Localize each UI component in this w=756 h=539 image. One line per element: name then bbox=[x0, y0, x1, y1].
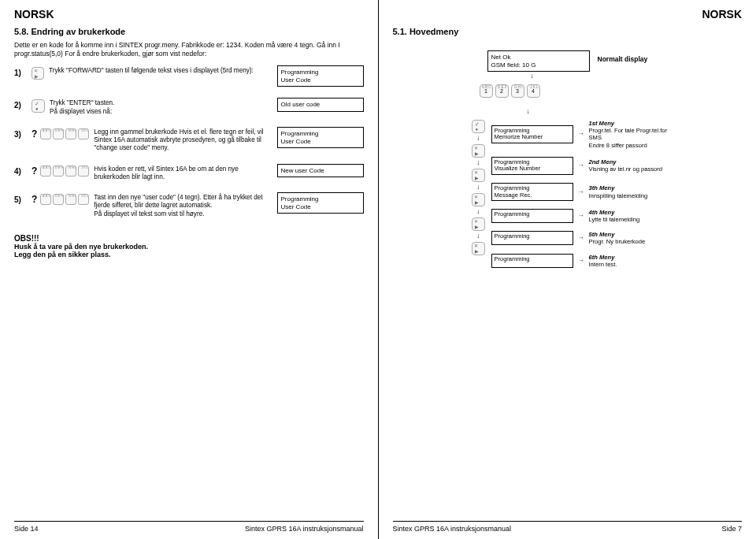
forward-key-icon bbox=[32, 67, 44, 80]
key-abc: A B C bbox=[40, 194, 51, 205]
right-arrow-icon: → bbox=[578, 213, 584, 219]
key-jkl: J K L bbox=[78, 194, 89, 205]
menu-6-display: Programming bbox=[491, 254, 573, 268]
menu-1-desc: 1st MenyProgr.tel. For tale Progr.tel.fo… bbox=[589, 120, 676, 148]
menu-1-display: Programming Memorize Number bbox=[491, 125, 573, 143]
left-page: NORSK 5.8. Endring av brukerkode Dette e… bbox=[0, 0, 378, 539]
key-1: A B C1 bbox=[480, 84, 493, 98]
right-arrow-icon: → bbox=[578, 235, 584, 241]
right-header: NORSK bbox=[702, 8, 742, 20]
nav-key-icon bbox=[472, 217, 485, 231]
right-arrow-icon: → bbox=[578, 162, 584, 169]
down-arrow-icon: ↓ bbox=[476, 160, 480, 166]
enter-key-icon bbox=[32, 99, 45, 113]
nav-key-icon bbox=[472, 193, 485, 206]
menu-row-6: Programming → 6th MenyIntern test. bbox=[491, 254, 676, 268]
step-5: 5) ? A B C D E F G H I J K L Tast inn de… bbox=[14, 192, 364, 218]
step-3-num: 3) bbox=[14, 127, 27, 139]
step-2-keys bbox=[32, 98, 45, 113]
key-ghi: G H I bbox=[65, 194, 76, 205]
obs-line-1: Husk å ta vare på den nye brukerkoden. bbox=[14, 243, 364, 251]
menu-4-desc: 4th MenyLytte til talemelding bbox=[589, 209, 676, 223]
left-header-row: NORSK bbox=[14, 8, 364, 20]
menu-5-display: Programming bbox=[491, 231, 573, 245]
step-1: 1) Trykk "FORWARD" tasten til følgende t… bbox=[14, 65, 364, 87]
key-3: G H I3 bbox=[511, 84, 524, 98]
menu-5-desc: 5th MenyProgr. Ny brukerkode bbox=[589, 231, 676, 245]
down-arrow-icon: ↓ bbox=[476, 209, 480, 215]
menu-2-desc: 2nd MenyVisning av tel.nr og passord bbox=[589, 158, 676, 173]
step-1-desc: Trykk "FORWARD" tasten til følgende teks… bbox=[49, 65, 272, 75]
down-arrow-icon: ↓ bbox=[527, 73, 538, 80]
step-2-desc: Trykk "ENTER" tasten. På displayet vises… bbox=[50, 98, 272, 116]
step-1-keys bbox=[32, 65, 44, 80]
top-display-label: Normalt display bbox=[598, 50, 648, 63]
step-3-keys: ? A B C D E F G H I J K L bbox=[32, 127, 89, 139]
menu-row-2: Programming Visualize Number → 2nd MenyV… bbox=[491, 157, 676, 175]
document-spread: NORSK 5.8. Endring av brukerkode Dette e… bbox=[0, 0, 756, 539]
right-arrow-icon: → bbox=[578, 258, 584, 264]
step-1-num: 1) bbox=[14, 65, 27, 77]
key-abc: A B C bbox=[40, 165, 51, 177]
key-jkl: J K L bbox=[78, 128, 89, 139]
left-footer-pageno: Side 14 bbox=[14, 525, 39, 533]
step-1-display: Programming User Code bbox=[277, 65, 364, 87]
step-3: 3) ? A B C D E F G H I J K L Legg inn ga… bbox=[14, 127, 364, 153]
nav-key-icon bbox=[472, 169, 485, 182]
key-ghi: G H I bbox=[65, 128, 76, 139]
keypad-row: A B C1 D E F2 G H I3 J K L4 bbox=[480, 84, 743, 98]
right-arrow-icon: → bbox=[578, 131, 584, 137]
obs-line-2: Legg den på en sikker plass. bbox=[14, 251, 364, 258]
right-page: NORSK 5.1. Hovedmeny Net Ok GSM field: 1… bbox=[379, 0, 757, 539]
key-abc: A B C bbox=[40, 128, 51, 139]
left-footer-title: Sintex GPRS 16A instruksjonsmanual bbox=[245, 525, 364, 533]
left-section-title: 5.8. Endring av brukerkode bbox=[14, 27, 364, 36]
menu-row-4: Programming → 4th MenyLytte til talemeld… bbox=[491, 209, 676, 223]
key-jkl: J K L bbox=[78, 165, 89, 177]
down-arrow-icon: ↓ bbox=[476, 136, 480, 142]
left-intro: Dette er en kode for å komme inn i SINTE… bbox=[14, 41, 364, 58]
obs-heading: OBS!!! bbox=[14, 234, 364, 243]
left-footer: Side 14 Sintex GPRS 16A instruksjonsmanu… bbox=[14, 521, 364, 533]
question-mark-icon: ? bbox=[32, 128, 37, 139]
step-3-desc: Legg inn gammel brukerkode Hvis et el. f… bbox=[94, 127, 272, 153]
right-footer: Sintex GPRS 16A instruksjonsmanual Side … bbox=[393, 521, 743, 533]
nav-key-icon bbox=[472, 144, 485, 158]
step-5-keys: ? A B C D E F G H I J K L bbox=[32, 192, 89, 205]
menu-2-display: Programming Visualize Number bbox=[491, 157, 573, 175]
right-footer-pageno: Side 7 bbox=[721, 525, 742, 533]
key-ghi: G H I bbox=[65, 165, 76, 177]
left-header: NORSK bbox=[14, 8, 54, 20]
step-4-keys: ? A B C D E F G H I J K L bbox=[32, 164, 89, 177]
key-def: D E F bbox=[53, 128, 64, 139]
menu-row-1: Programming Memorize Number → 1st MenyPr… bbox=[491, 120, 676, 148]
nav-key-icon bbox=[472, 242, 485, 255]
nav-key-column: ↓ ↓ ↓ ↓ ↓ bbox=[472, 120, 485, 268]
step-4-display: New user Code bbox=[277, 164, 364, 178]
right-header-row: NORSK bbox=[393, 8, 743, 20]
step-4: 4) ? A B C D E F G H I J K L Hvis koden … bbox=[14, 164, 364, 182]
down-arrow-icon: ↓ bbox=[527, 109, 538, 115]
step-5-num: 5) bbox=[14, 192, 27, 204]
step-5-desc: Tast inn den nye "user code" (4 tegn). E… bbox=[94, 192, 272, 218]
top-display-row: Net Ok GSM field: 10 G Normalt display bbox=[393, 50, 743, 72]
menu-row-3: Programming Message Rec. → 3th MenyInnsp… bbox=[491, 183, 676, 201]
right-section-title: 5.1. Hovedmeny bbox=[393, 27, 743, 36]
menu-row-5: Programming → 5th MenyProgr. Ny brukerko… bbox=[491, 231, 676, 245]
question-mark-icon: ? bbox=[32, 194, 37, 205]
key-2: D E F2 bbox=[495, 84, 509, 98]
right-arrow-icon: → bbox=[578, 189, 584, 195]
key-4: J K L4 bbox=[527, 84, 540, 98]
menu-6-desc: 6th MenyIntern test. bbox=[589, 254, 676, 268]
menu-3-desc: 3th MenyInnspilling talemelding bbox=[589, 184, 676, 199]
menu-3-display: Programming Message Rec. bbox=[491, 183, 573, 201]
key-def: D E F bbox=[53, 194, 64, 205]
enter-key-icon bbox=[472, 120, 485, 133]
step-3-display: Programming User Code bbox=[277, 127, 364, 148]
top-display: Net Ok GSM field: 10 G bbox=[487, 50, 590, 72]
step-2: 2) Trykk "ENTER" tasten. På displayet vi… bbox=[14, 98, 364, 116]
step-2-display: Old user code bbox=[277, 98, 364, 112]
step-2-num: 2) bbox=[14, 98, 27, 110]
step-5-display: Programming User Code bbox=[277, 192, 364, 214]
down-arrow-icon: ↓ bbox=[476, 233, 480, 240]
